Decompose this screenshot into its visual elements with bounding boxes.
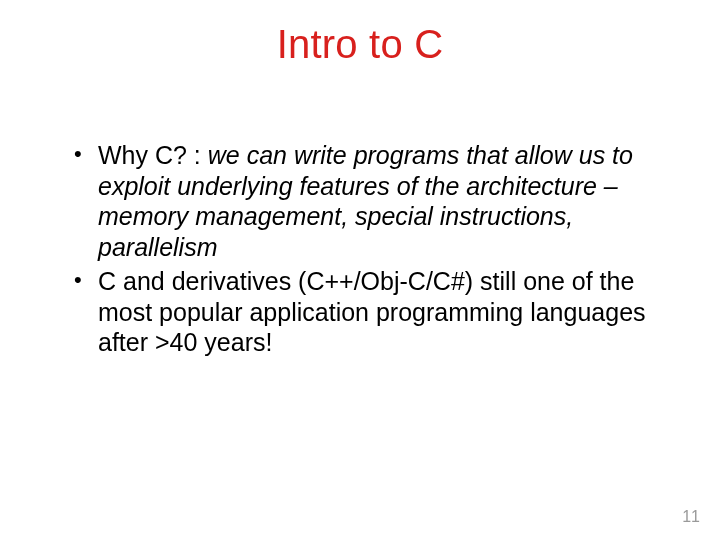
page-number: 11: [682, 508, 700, 526]
bullet-plain: C and derivatives (C++/Obj-C/C#) still o…: [98, 267, 646, 356]
bullet-list: Why C? : we can write programs that allo…: [72, 140, 664, 358]
slide-title: Intro to C: [0, 22, 720, 67]
bullet-lead: Why C? :: [98, 141, 208, 169]
slide: Intro to C Why C? : we can write program…: [0, 0, 720, 540]
slide-body: Why C? : we can write programs that allo…: [72, 140, 664, 362]
list-item: Why C? : we can write programs that allo…: [72, 140, 664, 262]
list-item: C and derivatives (C++/Obj-C/C#) still o…: [72, 266, 664, 358]
